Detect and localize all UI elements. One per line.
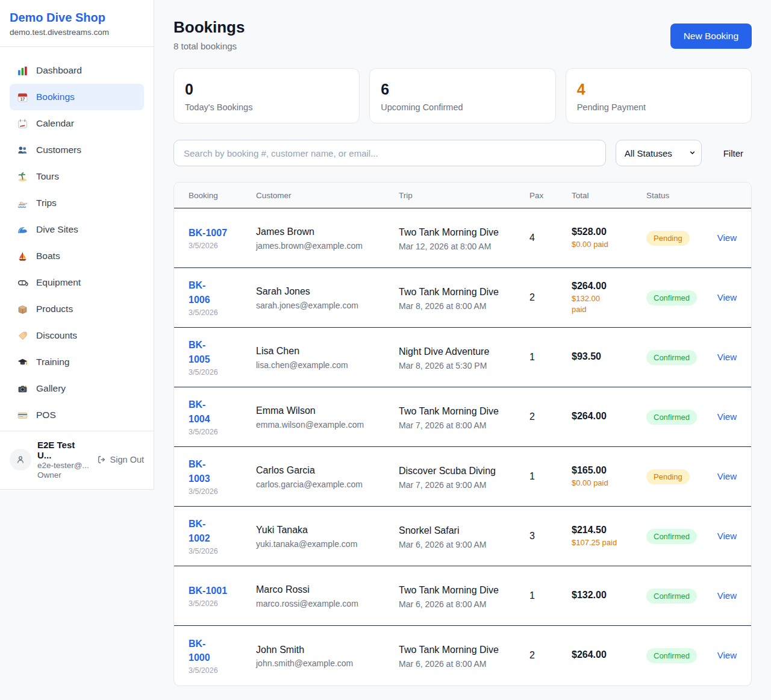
booking-id-link[interactable]: BK-1004	[189, 398, 215, 425]
sidebar-item-label: Bookings	[36, 92, 75, 102]
trip-datetime: Mar 6, 2026 at 8:00 AM	[399, 659, 525, 669]
search-input[interactable]	[173, 140, 606, 166]
pax-count: 2	[529, 387, 572, 447]
sidebar-item-dashboard[interactable]: Dashboard	[10, 57, 144, 84]
view-link[interactable]: View	[717, 352, 737, 362]
view-link[interactable]: View	[717, 233, 737, 243]
stat-label: Upcoming Confirmed	[381, 102, 544, 112]
stat-label: Today's Bookings	[185, 102, 348, 112]
total-amount: $264.00	[572, 281, 641, 292]
user-email: e2e-tester@...	[37, 461, 91, 470]
status-badge: Confirmed	[646, 410, 697, 425]
total-amount: $132.00	[572, 590, 641, 601]
sidebar-item-label: Dive Sites	[36, 224, 78, 235]
col-header-status: Status	[646, 183, 707, 208]
sidebar-item-label: Dashboard	[36, 65, 82, 76]
customer-name: Marco Rossi	[256, 583, 394, 596]
total-amount: $528.00	[572, 227, 641, 237]
sidebar-item-discounts[interactable]: Discounts	[10, 322, 144, 349]
booking-id-link[interactable]: BK-1001	[189, 584, 227, 598]
sidebar-item-dive-sites[interactable]: Dive Sites	[10, 216, 144, 243]
sidebar-item-tours[interactable]: Tours	[10, 163, 144, 190]
trip-datetime: Mar 12, 2026 at 8:00 AM	[399, 242, 525, 251]
status-badge: Confirmed	[646, 589, 697, 604]
paid-amount: $0.00 paid	[572, 478, 641, 489]
booking-id-link[interactable]: BK-1002	[189, 517, 215, 545]
page-subtitle: 8 total bookings	[173, 41, 245, 51]
customer-email: marco.rossi@example.com	[256, 599, 394, 608]
table-row: BK-10043/5/2026 Emma Wilsonemma.wilson@e…	[174, 387, 751, 447]
sign-out-button[interactable]: Sign Out	[97, 455, 144, 464]
sidebar-item-gallery[interactable]: Gallery	[10, 375, 144, 402]
paid-amount: $132.00 paid	[572, 293, 609, 314]
bookings-table-card: Booking Customer Trip Pax Total Status B…	[173, 182, 752, 686]
sidebar-item-customers[interactable]: Customers	[10, 137, 144, 163]
sidebar-item-bookings[interactable]: 17 Bookings	[10, 84, 144, 110]
view-link[interactable]: View	[717, 292, 737, 302]
sidebar-item-trips[interactable]: Trips	[10, 190, 144, 216]
paid-amount: $107.25 paid	[572, 537, 641, 548]
sidebar-item-products[interactable]: Products	[10, 296, 144, 322]
avatar	[10, 449, 31, 470]
status-badge: Pending	[646, 231, 690, 246]
booking-id-link[interactable]: BK-1005	[189, 338, 215, 366]
view-link[interactable]: View	[717, 411, 737, 422]
spiral-calendar-icon	[17, 118, 28, 130]
pax-count: 2	[529, 268, 572, 328]
table-row: BK-10053/5/2026 Lisa Chenlisa.chen@examp…	[174, 328, 751, 387]
customer-name: Lisa Chen	[256, 345, 394, 358]
view-link[interactable]: View	[717, 590, 737, 601]
booking-date: 3/5/2026	[189, 368, 251, 377]
customer-name: Yuki Tanaka	[256, 523, 394, 537]
booking-id-link[interactable]: BK-1007	[189, 226, 227, 240]
trip-name: Snorkel Safari	[399, 523, 502, 538]
stat-value: 4	[577, 81, 740, 98]
booking-date: 3/5/2026	[189, 242, 251, 250]
booking-id-link[interactable]: BK-1003	[189, 457, 215, 485]
booking-id-link[interactable]: BK-1006	[189, 278, 215, 306]
trip-datetime: Mar 6, 2026 at 9:00 AM	[399, 540, 525, 549]
trip-name: Two Tank Morning Dive	[399, 225, 502, 240]
page-header: Bookings 8 total bookings New Booking	[173, 18, 752, 51]
tag-icon	[17, 330, 28, 342]
sidebar-item-pos[interactable]: POS	[10, 402, 144, 428]
customer-email: sarah.jones@example.com	[256, 301, 394, 310]
sidebar-item-label: Customers	[36, 145, 81, 155]
filter-button[interactable]: Filter	[723, 148, 743, 158]
sign-out-label: Sign Out	[110, 455, 144, 464]
customer-email: emma.wilson@example.com	[256, 420, 394, 430]
view-link[interactable]: View	[717, 650, 737, 660]
trip-name: Two Tank Morning Dive	[399, 583, 502, 598]
booking-date: 3/5/2026	[189, 487, 251, 496]
stat-value: 0	[185, 81, 348, 98]
people-icon	[17, 145, 28, 156]
sidebar-item-calendar[interactable]: Calendar	[10, 110, 144, 137]
booking-date: 3/5/2026	[189, 666, 251, 675]
sidebar-item-equipment[interactable]: Equipment	[10, 269, 144, 296]
user-name: E2E Test U...	[37, 440, 91, 460]
main-content: Bookings 8 total bookings New Booking 0 …	[154, 0, 771, 686]
table-row: BK-10023/5/2026 Yuki Tanakayuki.tanaka@e…	[174, 507, 751, 566]
status-badge: Confirmed	[646, 648, 697, 663]
sidebar-item-training[interactable]: Training	[10, 349, 144, 375]
stat-label: Pending Payment	[577, 102, 740, 112]
sidebar-item-label: Calendar	[36, 118, 74, 129]
sidebar-item-boats[interactable]: Boats	[10, 243, 144, 269]
user-role: Owner	[37, 470, 91, 480]
pax-count: 2	[529, 626, 572, 686]
customer-name: Carlos Garcia	[256, 464, 394, 477]
status-badge: Confirmed	[646, 350, 697, 365]
col-header-customer: Customer	[256, 183, 399, 208]
brand-name: Demo Dive Shop	[10, 11, 144, 25]
customer-email: carlos.garcia@example.com	[256, 480, 394, 489]
booking-date: 3/5/2026	[189, 428, 251, 436]
new-booking-button[interactable]: New Booking	[670, 23, 752, 49]
status-select[interactable]: All Statuses	[616, 140, 702, 166]
stats-row: 0 Today's Bookings 6 Upcoming Confirmed …	[173, 68, 752, 123]
status-badge: Confirmed	[646, 529, 697, 544]
status-badge: Confirmed	[646, 290, 697, 305]
customer-name: James Brown	[256, 225, 394, 239]
booking-id-link[interactable]: BK-1000	[189, 637, 215, 664]
view-link[interactable]: View	[717, 471, 737, 481]
view-link[interactable]: View	[717, 531, 737, 541]
